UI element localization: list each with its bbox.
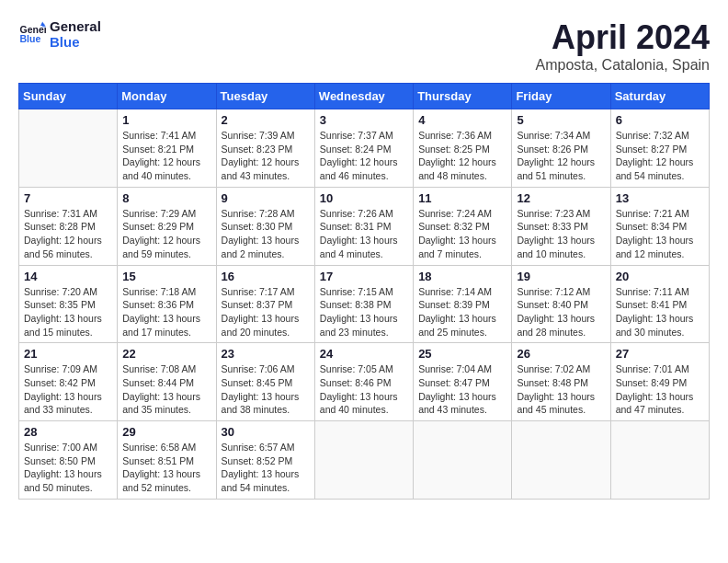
day-number: 27 bbox=[616, 347, 704, 361]
day-info: Sunrise: 7:04 AM Sunset: 8:47 PM Dayligh… bbox=[418, 362, 506, 417]
day-number: 18 bbox=[418, 270, 506, 283]
week-row-3: 14Sunrise: 7:20 AM Sunset: 8:35 PM Dayli… bbox=[19, 265, 710, 343]
calendar-cell bbox=[314, 421, 413, 500]
title-section: April 2024 Amposta, Catalonia, Spain bbox=[536, 18, 710, 74]
calendar-cell: 25Sunrise: 7:04 AM Sunset: 8:47 PM Dayli… bbox=[414, 343, 512, 421]
calendar-cell: 18Sunrise: 7:14 AM Sunset: 8:39 PM Dayli… bbox=[414, 265, 512, 343]
week-row-5: 28Sunrise: 7:00 AM Sunset: 8:50 PM Dayli… bbox=[19, 421, 710, 500]
day-number: 7 bbox=[24, 191, 112, 205]
calendar-cell: 21Sunrise: 7:09 AM Sunset: 8:42 PM Dayli… bbox=[19, 343, 118, 421]
weekday-header-wednesday: Wednesday bbox=[314, 84, 413, 109]
calendar-cell: 16Sunrise: 7:17 AM Sunset: 8:37 PM Dayli… bbox=[216, 265, 314, 343]
week-row-4: 21Sunrise: 7:09 AM Sunset: 8:42 PM Dayli… bbox=[19, 343, 710, 421]
calendar-cell: 17Sunrise: 7:15 AM Sunset: 8:38 PM Dayli… bbox=[314, 265, 413, 343]
day-number: 26 bbox=[517, 347, 605, 361]
day-number: 22 bbox=[122, 347, 210, 361]
day-info: Sunrise: 6:58 AM Sunset: 8:51 PM Dayligh… bbox=[122, 441, 210, 495]
svg-text:Blue: Blue bbox=[20, 33, 41, 44]
day-number: 30 bbox=[222, 425, 310, 439]
day-info: Sunrise: 7:06 AM Sunset: 8:45 PM Dayligh… bbox=[222, 362, 310, 417]
day-number: 5 bbox=[517, 113, 605, 127]
day-info: Sunrise: 7:36 AM Sunset: 8:25 PM Dayligh… bbox=[418, 129, 506, 183]
day-number: 3 bbox=[320, 113, 408, 127]
day-info: Sunrise: 7:31 AM Sunset: 8:28 PM Dayligh… bbox=[24, 207, 112, 261]
day-info: Sunrise: 7:15 AM Sunset: 8:38 PM Dayligh… bbox=[320, 285, 408, 339]
calendar-cell: 24Sunrise: 7:05 AM Sunset: 8:46 PM Dayli… bbox=[314, 343, 413, 421]
weekday-header-tuesday: Tuesday bbox=[216, 84, 314, 109]
location-title: Amposta, Catalonia, Spain bbox=[536, 57, 710, 74]
calendar-cell: 27Sunrise: 7:01 AM Sunset: 8:49 PM Dayli… bbox=[610, 343, 709, 421]
calendar-table: SundayMondayTuesdayWednesdayThursdayFrid… bbox=[18, 83, 710, 500]
day-number: 4 bbox=[418, 113, 506, 127]
day-number: 20 bbox=[616, 270, 704, 283]
header: General Blue General Blue April 2024 Amp… bbox=[18, 18, 710, 74]
day-number: 12 bbox=[517, 191, 605, 205]
calendar-cell: 22Sunrise: 7:08 AM Sunset: 8:44 PM Dayli… bbox=[118, 343, 216, 421]
day-info: Sunrise: 7:29 AM Sunset: 8:29 PM Dayligh… bbox=[122, 207, 210, 261]
day-number: 1 bbox=[122, 113, 210, 127]
calendar-cell: 23Sunrise: 7:06 AM Sunset: 8:45 PM Dayli… bbox=[216, 343, 314, 421]
day-info: Sunrise: 7:12 AM Sunset: 8:40 PM Dayligh… bbox=[517, 285, 605, 339]
calendar-cell: 19Sunrise: 7:12 AM Sunset: 8:40 PM Dayli… bbox=[512, 265, 610, 343]
calendar-cell: 15Sunrise: 7:18 AM Sunset: 8:36 PM Dayli… bbox=[118, 265, 216, 343]
weekday-header-monday: Monday bbox=[118, 84, 216, 109]
day-info: Sunrise: 7:39 AM Sunset: 8:23 PM Dayligh… bbox=[222, 129, 310, 183]
day-info: Sunrise: 7:37 AM Sunset: 8:24 PM Dayligh… bbox=[320, 129, 408, 183]
day-number: 23 bbox=[222, 347, 310, 361]
logo-general: General bbox=[50, 18, 101, 34]
day-info: Sunrise: 7:02 AM Sunset: 8:48 PM Dayligh… bbox=[517, 362, 605, 417]
day-number: 24 bbox=[320, 347, 408, 361]
logo-icon: General Blue bbox=[18, 20, 46, 48]
day-number: 9 bbox=[222, 191, 310, 205]
day-number: 2 bbox=[222, 113, 310, 127]
day-number: 17 bbox=[320, 270, 408, 283]
calendar-cell bbox=[610, 421, 709, 500]
calendar-cell: 13Sunrise: 7:21 AM Sunset: 8:34 PM Dayli… bbox=[610, 187, 709, 265]
day-info: Sunrise: 7:08 AM Sunset: 8:44 PM Dayligh… bbox=[122, 362, 210, 417]
calendar-cell: 29Sunrise: 6:58 AM Sunset: 8:51 PM Dayli… bbox=[118, 421, 216, 500]
logo: General Blue General Blue bbox=[18, 18, 101, 50]
weekday-header-sunday: Sunday bbox=[19, 84, 118, 109]
calendar-cell: 28Sunrise: 7:00 AM Sunset: 8:50 PM Dayli… bbox=[19, 421, 118, 500]
calendar-cell: 2Sunrise: 7:39 AM Sunset: 8:23 PM Daylig… bbox=[216, 109, 314, 188]
calendar-cell bbox=[512, 421, 610, 500]
day-info: Sunrise: 7:14 AM Sunset: 8:39 PM Dayligh… bbox=[418, 285, 506, 339]
day-info: Sunrise: 7:01 AM Sunset: 8:49 PM Dayligh… bbox=[616, 362, 704, 417]
day-info: Sunrise: 7:00 AM Sunset: 8:50 PM Dayligh… bbox=[24, 441, 112, 495]
calendar-cell: 5Sunrise: 7:34 AM Sunset: 8:26 PM Daylig… bbox=[512, 109, 610, 188]
day-info: Sunrise: 7:05 AM Sunset: 8:46 PM Dayligh… bbox=[320, 362, 408, 417]
day-number: 28 bbox=[24, 425, 112, 439]
calendar-cell bbox=[19, 109, 118, 188]
day-number: 16 bbox=[222, 270, 310, 283]
day-number: 19 bbox=[517, 270, 605, 283]
day-number: 25 bbox=[418, 347, 506, 361]
calendar-cell: 14Sunrise: 7:20 AM Sunset: 8:35 PM Dayli… bbox=[19, 265, 118, 343]
calendar-cell bbox=[414, 421, 512, 500]
weekday-header-friday: Friday bbox=[512, 84, 610, 109]
day-info: Sunrise: 7:23 AM Sunset: 8:33 PM Dayligh… bbox=[517, 207, 605, 261]
day-info: Sunrise: 7:20 AM Sunset: 8:35 PM Dayligh… bbox=[24, 285, 112, 339]
day-number: 6 bbox=[616, 113, 704, 127]
calendar-cell: 11Sunrise: 7:24 AM Sunset: 8:32 PM Dayli… bbox=[414, 187, 512, 265]
calendar-cell: 26Sunrise: 7:02 AM Sunset: 8:48 PM Dayli… bbox=[512, 343, 610, 421]
day-number: 29 bbox=[122, 425, 210, 439]
calendar-cell: 9Sunrise: 7:28 AM Sunset: 8:30 PM Daylig… bbox=[216, 187, 314, 265]
day-number: 15 bbox=[122, 270, 210, 283]
calendar-cell: 10Sunrise: 7:26 AM Sunset: 8:31 PM Dayli… bbox=[314, 187, 413, 265]
calendar-cell: 4Sunrise: 7:36 AM Sunset: 8:25 PM Daylig… bbox=[414, 109, 512, 188]
day-number: 13 bbox=[616, 191, 704, 205]
day-info: Sunrise: 7:09 AM Sunset: 8:42 PM Dayligh… bbox=[24, 362, 112, 417]
day-number: 10 bbox=[320, 191, 408, 205]
calendar-cell: 1Sunrise: 7:41 AM Sunset: 8:21 PM Daylig… bbox=[118, 109, 216, 188]
day-info: Sunrise: 7:24 AM Sunset: 8:32 PM Dayligh… bbox=[418, 207, 506, 261]
day-number: 21 bbox=[24, 347, 112, 361]
month-title: April 2024 bbox=[536, 18, 710, 57]
day-info: Sunrise: 7:17 AM Sunset: 8:37 PM Dayligh… bbox=[222, 285, 310, 339]
calendar-header-row: SundayMondayTuesdayWednesdayThursdayFrid… bbox=[19, 84, 710, 109]
day-info: Sunrise: 7:26 AM Sunset: 8:31 PM Dayligh… bbox=[320, 207, 408, 261]
weekday-header-saturday: Saturday bbox=[610, 84, 709, 109]
calendar-cell: 7Sunrise: 7:31 AM Sunset: 8:28 PM Daylig… bbox=[19, 187, 118, 265]
calendar-cell: 3Sunrise: 7:37 AM Sunset: 8:24 PM Daylig… bbox=[314, 109, 413, 188]
calendar-cell: 6Sunrise: 7:32 AM Sunset: 8:27 PM Daylig… bbox=[610, 109, 709, 188]
day-info: Sunrise: 7:32 AM Sunset: 8:27 PM Dayligh… bbox=[616, 129, 704, 183]
